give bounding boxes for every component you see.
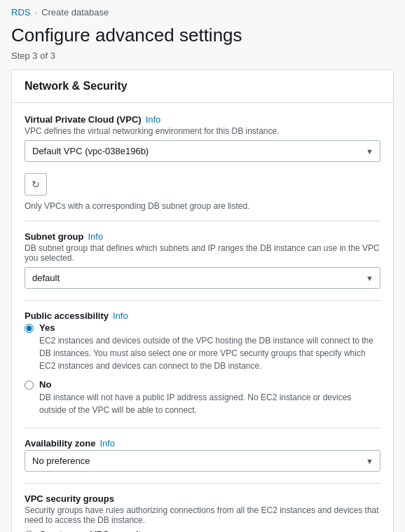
vpc-label: Virtual Private Cloud (VPC) Info — [25, 114, 380, 125]
card-body: Virtual Private Cloud (VPC) Info VPC def… — [12, 103, 393, 532]
vpc-description: VPC defines the virtual networking envir… — [25, 126, 380, 136]
availability-zone-group: Availability zone Info No preference ▼ — [25, 438, 380, 472]
breadcrumb-separator: › — [34, 8, 37, 17]
availability-zone-select[interactable]: No preference — [25, 450, 380, 472]
page-title: Configure advanced settings — [0, 22, 405, 49]
breadcrumb: RDS › Create database — [0, 0, 405, 22]
radio-no-option[interactable]: No DB instance will not have a public IP… — [25, 379, 380, 416]
breadcrumb-current: Create database — [41, 7, 109, 18]
public-accessibility-label: Public accessibility Info — [25, 311, 380, 321]
availability-zone-select-wrapper: No preference ▼ — [25, 450, 380, 472]
vpc-field-group: Virtual Private Cloud (VPC) Info VPC def… — [25, 114, 380, 162]
vpc-select[interactable]: Default VPC (vpc-038e196b) — [25, 140, 380, 162]
radio-yes-option[interactable]: Yes EC2 instances and devices outside of… — [25, 322, 380, 372]
divider-4 — [25, 483, 380, 484]
radio-yes-input[interactable] — [25, 324, 34, 333]
subnet-description: DB subnet group that defines which subne… — [25, 243, 380, 263]
availability-zone-info-link[interactable]: Info — [99, 438, 115, 449]
vpc-security-groups-desc: Security groups have rules authorizing c… — [25, 505, 380, 525]
subnet-label: Subnet group Info — [25, 231, 380, 242]
radio-no-content: No DB instance will not have a public IP… — [39, 379, 380, 416]
refresh-button[interactable]: ↻ — [25, 173, 47, 196]
radio-yes-desc: EC2 instances and devices outside of the… — [39, 334, 380, 372]
divider-2 — [25, 300, 380, 301]
subnet-select[interactable]: default — [25, 267, 380, 289]
public-accessibility-radio-group: Yes EC2 instances and devices outside of… — [25, 322, 380, 416]
availability-zone-label: Availability zone Info — [25, 438, 380, 449]
vpc-info-link[interactable]: Info — [146, 114, 161, 125]
subnet-select-wrapper: default ▼ — [25, 267, 380, 289]
vpc-select-wrapper: Default VPC (vpc-038e196b) ▼ — [25, 140, 380, 162]
radio-yes-label: Yes — [39, 322, 380, 333]
radio-create-new-option[interactable]: Create new VPC security group — [25, 529, 380, 532]
subnet-label-text: Subnet group — [25, 231, 84, 242]
radio-no-label: No — [39, 379, 380, 390]
vpc-security-groups-label: VPC security groups — [25, 493, 380, 504]
card-header: Network & Security — [12, 70, 393, 103]
radio-create-new-label: Create new VPC security group — [39, 529, 175, 532]
radio-no-desc: DB instance will not have a public IP ad… — [39, 391, 380, 416]
vpc-label-text: Virtual Private Cloud (VPC) — [25, 114, 142, 125]
public-accessibility-info-link[interactable]: Info — [113, 311, 128, 321]
public-accessibility-label-text: Public accessibility — [25, 311, 109, 321]
vpc-security-groups-group: VPC security groups Security groups have… — [25, 493, 380, 532]
radio-yes-content: Yes EC2 instances and devices outside of… — [39, 322, 380, 372]
refresh-hint: Only VPCs with a corresponding DB subnet… — [25, 201, 380, 211]
step-indicator: Step 3 of 3 — [0, 49, 405, 69]
breadcrumb-rds[interactable]: RDS — [11, 7, 30, 18]
availability-zone-label-text: Availability zone — [25, 438, 95, 449]
divider-1 — [25, 221, 380, 221]
radio-no-input[interactable] — [25, 381, 34, 390]
subnet-info-link[interactable]: Info — [88, 231, 104, 242]
vpc-security-groups-radio-group: Create new VPC security group Choose exi… — [25, 529, 380, 532]
subnet-field-group: Subnet group Info DB subnet group that d… — [25, 231, 380, 289]
public-accessibility-group: Public accessibility Info Yes EC2 instan… — [25, 311, 380, 416]
divider-3 — [25, 428, 380, 428]
network-security-card: Network & Security Virtual Private Cloud… — [11, 69, 394, 532]
